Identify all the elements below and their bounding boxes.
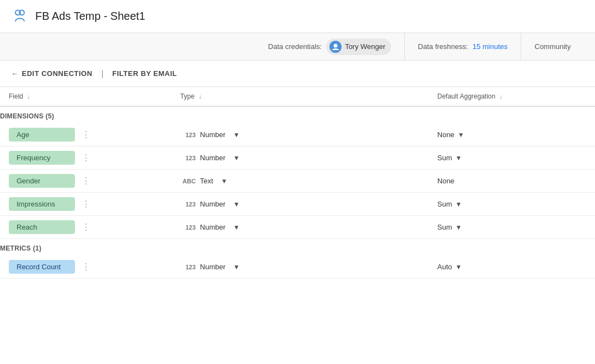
field-chip[interactable]: Age bbox=[9, 128, 75, 142]
freshness-section: Data freshness: 15 minutes bbox=[404, 33, 521, 60]
agg-cell: Sum ▼ bbox=[429, 216, 576, 239]
type-cell: 123 Number ▼ bbox=[171, 193, 429, 216]
extra-cell bbox=[575, 256, 595, 279]
credentials-section: Data credentials: Tory Wenger bbox=[255, 33, 404, 60]
extra-cell bbox=[575, 170, 595, 193]
sort-agg-icon[interactable]: ↓ bbox=[500, 93, 503, 100]
field-chip[interactable]: Impressions bbox=[9, 197, 75, 211]
table-row: Gender ⋮ ABC Text ▼ None bbox=[0, 170, 595, 193]
field-chip[interactable]: Frequency bbox=[9, 151, 75, 165]
freshness-label: Data freshness: bbox=[418, 42, 468, 51]
agg-cell: None ▼ bbox=[429, 123, 576, 146]
type-dropdown-icon[interactable]: ▼ bbox=[233, 263, 240, 271]
drag-handle-icon[interactable]: ⋮ bbox=[79, 176, 93, 186]
type-label: Number bbox=[200, 154, 225, 162]
type-cell: 123 Number ▼ bbox=[171, 216, 429, 239]
filter-by-email-button[interactable]: FILTER BY EMAIL bbox=[112, 69, 177, 78]
field-cell: Impressions ⋮ bbox=[0, 193, 171, 216]
app-header: FB Ads Temp - Sheet1 bbox=[0, 0, 595, 33]
fields-table: Field ↓ Type ↓ Default Aggregation ↓ DIM… bbox=[0, 87, 595, 279]
agg-label: Sum bbox=[437, 154, 452, 162]
field-cell: Frequency ⋮ bbox=[0, 146, 171, 170]
type-dropdown-icon[interactable]: ▼ bbox=[221, 177, 228, 185]
drag-handle-icon[interactable]: ⋮ bbox=[79, 262, 93, 272]
freshness-value: 15 minutes bbox=[473, 42, 508, 51]
extra-cell bbox=[575, 123, 595, 146]
dimensions-section-header: DIMENSIONS (5) bbox=[0, 106, 595, 123]
type-cell: 123 Number ▼ bbox=[171, 256, 429, 279]
agg-label: Auto bbox=[437, 263, 452, 271]
drag-handle-icon[interactable]: ⋮ bbox=[79, 199, 93, 209]
type-icon: 123 bbox=[180, 264, 196, 270]
table-row: Record Count ⋮ 123 Number ▼ Auto ▼ bbox=[0, 256, 595, 279]
agg-cell: None bbox=[429, 170, 576, 193]
extra-cell bbox=[575, 193, 595, 216]
type-icon: 123 bbox=[180, 201, 196, 208]
agg-dropdown-icon[interactable]: ▼ bbox=[456, 200, 462, 208]
type-dropdown-icon[interactable]: ▼ bbox=[233, 224, 240, 231]
top-bar: Data credentials: Tory Wenger Data fresh… bbox=[0, 33, 595, 61]
back-arrow-icon: ← bbox=[11, 69, 19, 78]
field-chip[interactable]: Record Count bbox=[9, 260, 75, 274]
col-header-extra bbox=[575, 87, 595, 106]
col-header-field: Field ↓ bbox=[0, 87, 171, 106]
extra-cell bbox=[575, 146, 595, 170]
dimensions-label: DIMENSIONS (5) bbox=[0, 112, 54, 120]
agg-dropdown-icon[interactable]: ▼ bbox=[456, 154, 462, 162]
field-cell: Reach ⋮ bbox=[0, 216, 171, 239]
user-name: Tory Wenger bbox=[345, 42, 385, 51]
app-logo-icon bbox=[11, 8, 29, 25]
field-chip[interactable]: Reach bbox=[9, 220, 75, 234]
type-dropdown-icon[interactable]: ▼ bbox=[233, 200, 240, 208]
type-dropdown-icon[interactable]: ▼ bbox=[233, 131, 240, 139]
type-cell: 123 Number ▼ bbox=[171, 146, 429, 170]
table-row: Reach ⋮ 123 Number ▼ Sum ▼ bbox=[0, 216, 595, 239]
drag-handle-icon[interactable]: ⋮ bbox=[79, 129, 93, 140]
agg-dropdown-icon[interactable]: ▼ bbox=[456, 263, 462, 271]
edit-connection-label: EDIT CONNECTION bbox=[22, 69, 93, 78]
type-label: Number bbox=[200, 223, 225, 231]
type-label: Text bbox=[200, 177, 213, 185]
fields-table-container: Field ↓ Type ↓ Default Aggregation ↓ DIM… bbox=[0, 87, 595, 364]
community-link[interactable]: Community bbox=[521, 33, 584, 60]
table-row: Age ⋮ 123 Number ▼ None ▼ bbox=[0, 123, 595, 146]
type-icon: ABC bbox=[180, 178, 196, 184]
metrics-section-header: METRICS (1) bbox=[0, 239, 595, 256]
agg-label: None bbox=[437, 131, 455, 139]
credential-badge[interactable]: Tory Wenger bbox=[326, 39, 391, 55]
type-icon: 123 bbox=[180, 224, 196, 231]
field-cell: Record Count ⋮ bbox=[0, 256, 171, 279]
avatar bbox=[329, 41, 342, 53]
type-cell: ABC Text ▼ bbox=[171, 170, 429, 193]
extra-cell bbox=[575, 216, 595, 239]
agg-cell: Auto ▼ bbox=[429, 256, 576, 279]
svg-point-2 bbox=[334, 44, 338, 47]
credentials-label: Data credentials: bbox=[268, 42, 322, 51]
agg-label: Sum bbox=[437, 200, 452, 208]
agg-cell: Sum ▼ bbox=[429, 193, 576, 216]
agg-dropdown-icon[interactable]: ▼ bbox=[458, 131, 464, 139]
table-row: Impressions ⋮ 123 Number ▼ Sum ▼ bbox=[0, 193, 595, 216]
type-label: Number bbox=[200, 131, 225, 139]
sort-field-icon[interactable]: ↓ bbox=[27, 93, 30, 100]
back-button[interactable]: ← EDIT CONNECTION bbox=[11, 69, 93, 78]
type-cell: 123 Number ▼ bbox=[171, 123, 429, 146]
type-label: Number bbox=[200, 200, 225, 208]
agg-cell: Sum ▼ bbox=[429, 146, 576, 170]
type-icon: 123 bbox=[180, 132, 196, 138]
metrics-label: METRICS (1) bbox=[0, 245, 41, 252]
type-icon: 123 bbox=[180, 155, 196, 161]
col-header-type: Type ↓ bbox=[171, 87, 429, 106]
field-chip[interactable]: Gender bbox=[9, 174, 75, 188]
field-cell: Gender ⋮ bbox=[0, 170, 171, 193]
agg-dropdown-icon[interactable]: ▼ bbox=[456, 224, 462, 231]
type-dropdown-icon[interactable]: ▼ bbox=[233, 154, 240, 162]
drag-handle-icon[interactable]: ⋮ bbox=[79, 153, 93, 163]
toolbar-divider: | bbox=[101, 69, 104, 79]
toolbar: ← EDIT CONNECTION | FILTER BY EMAIL bbox=[0, 61, 595, 87]
drag-handle-icon[interactable]: ⋮ bbox=[79, 222, 93, 232]
app-title: FB Ads Temp - Sheet1 bbox=[35, 10, 145, 23]
agg-label: Sum bbox=[437, 223, 452, 231]
agg-label: None bbox=[437, 177, 455, 185]
sort-type-icon[interactable]: ↓ bbox=[198, 93, 202, 100]
